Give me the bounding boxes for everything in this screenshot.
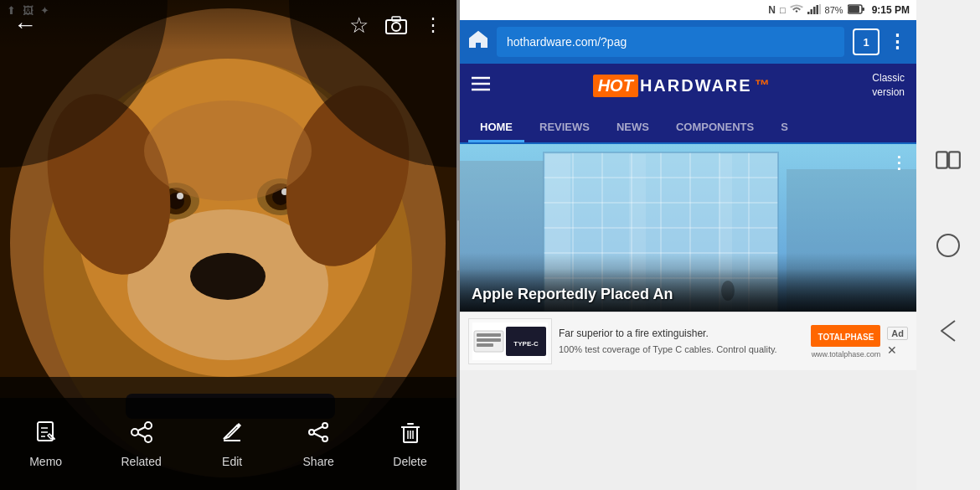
hothardware-header: HOT HARDWARE ™ Classicversion [460,64,916,107]
android-nav-buttons [916,0,980,490]
edit-label: Edit [222,455,242,468]
ad-brand-section: TOTALPHASE www.totalphase.com [811,325,880,358]
memo-action[interactable]: Memo [29,420,62,468]
more-options-button[interactable]: ⋮ [424,21,443,29]
hardware-text: HARDWARE [640,76,752,95]
article-title: Apple Reportedly Placed An [472,286,905,303]
related-label: Related [121,455,161,468]
browser-more-button[interactable]: ⋮ [888,31,908,53]
share-icon [307,420,330,450]
hamburger-menu-button[interactable] [472,75,490,96]
ad-close-button[interactable]: ✕ [887,343,908,357]
battery-level-icon [848,4,864,16]
dot-decoration: ™ [755,77,770,95]
svg-rect-82 [949,152,960,168]
svg-point-9 [177,193,183,199]
url-input[interactable] [497,27,844,57]
ad-controls: Ad ✕ [887,327,908,357]
tab-components[interactable]: COMPONENTS [664,114,766,142]
svg-point-5 [190,253,266,300]
image-icon: 🖼 [23,4,34,17]
browser-content-area: ⋮ Apple Reportedly Placed An TYPE-C Far [460,144,916,490]
svg-rect-77 [477,338,501,342]
home-button[interactable] [926,224,970,267]
ad-brand-logo: TOTALPHASE [811,325,880,347]
tab-reviews[interactable]: REVIEWS [528,114,601,142]
recents-button[interactable] [926,138,970,182]
article-hero-image: ⋮ Apple Reportedly Placed An [460,144,916,312]
time-display: 9:15 PM [872,4,910,16]
status-icons: N □ 87% [768,4,910,16]
ad-text: Far superior to a fire extinguisher. 100… [559,327,804,356]
nfc-icon: N [768,4,776,16]
camera-button[interactable] [385,16,407,34]
browser-home-button[interactable] [468,30,488,54]
share-label: Share [303,455,334,468]
photo-bottom-bar: Memo Related Edi [0,398,456,490]
svg-point-22 [392,23,400,31]
svg-point-25 [132,429,138,436]
article-more-button[interactable]: ⋮ [890,152,908,173]
svg-rect-76 [477,333,501,337]
tab-count-button[interactable]: 1 [853,28,879,55]
svg-point-33 [322,436,328,441]
edit-icon [220,420,244,450]
ad-indicator: Ad [887,327,908,340]
svg-rect-23 [392,17,400,21]
usb-icon: ⬆ [7,4,16,17]
back-button-nav[interactable] [926,309,970,353]
battery-icon: □ [780,5,786,15]
ad-image: TYPE-C [468,318,552,364]
svg-rect-78 [477,343,493,347]
article-title-overlay: Apple Reportedly Placed An [460,269,916,312]
svg-point-31 [322,423,328,428]
memo-label: Memo [29,455,62,468]
ad-text-line2: 100% test coverage of Type C cables. Con… [559,343,804,356]
svg-rect-42 [810,9,812,14]
svg-point-26 [145,422,152,429]
share-action[interactable]: Share [303,420,334,468]
svg-line-28 [138,427,145,431]
svg-point-27 [145,436,152,442]
memo-icon [34,420,58,450]
ad-brand-text: TOTALPHASE [818,333,874,342]
svg-rect-81 [936,152,947,168]
svg-line-35 [314,433,322,437]
delete-action[interactable]: Delete [393,420,426,468]
svg-point-16 [144,101,312,201]
browser-url-bar: 1 ⋮ [460,20,916,64]
svg-rect-48 [862,8,864,11]
svg-point-32 [309,430,314,435]
tab-more[interactable]: S [769,114,800,142]
divider-line [457,220,459,271]
ad-banner: TYPE-C Far superior to a fire extinguish… [460,312,916,370]
android-status-bar: ⬆ 🖼 ✦ [0,0,49,20]
svg-rect-45 [819,4,821,14]
svg-rect-44 [816,5,818,14]
svg-rect-41 [807,12,810,14]
browser-status-bar: N □ 87% [460,0,916,20]
signal-icon [807,4,821,16]
edit-action[interactable]: Edit [220,420,244,468]
hothardware-logo: HOT HARDWARE ™ [593,75,770,97]
wifi-icon [790,4,803,16]
related-icon [130,420,153,450]
delete-icon [399,420,422,450]
classic-version-link[interactable]: Classicversion [872,71,905,100]
ad-text-line1: Far superior to a fire extinguisher. [559,327,804,341]
delete-label: Delete [393,455,426,468]
tab-home[interactable]: HOME [468,114,524,142]
browser-panel: N □ 87% [460,0,916,490]
svg-line-34 [314,426,322,431]
tab-news[interactable]: NEWS [605,114,661,142]
svg-text:TYPE-C: TYPE-C [513,340,539,348]
svg-rect-47 [848,6,859,13]
battery-percent: 87% [825,5,843,15]
photo-top-bar: ← ☆ ⋮ [0,0,456,50]
hot-text: HOT [593,75,638,97]
svg-point-83 [937,235,959,256]
star-button[interactable]: ☆ [349,13,369,39]
related-action[interactable]: Related [121,420,161,468]
ad-brand-url: www.totalphase.com [812,350,881,358]
photo-viewer-panel: ⬆ 🖼 ✦ [0,0,456,490]
